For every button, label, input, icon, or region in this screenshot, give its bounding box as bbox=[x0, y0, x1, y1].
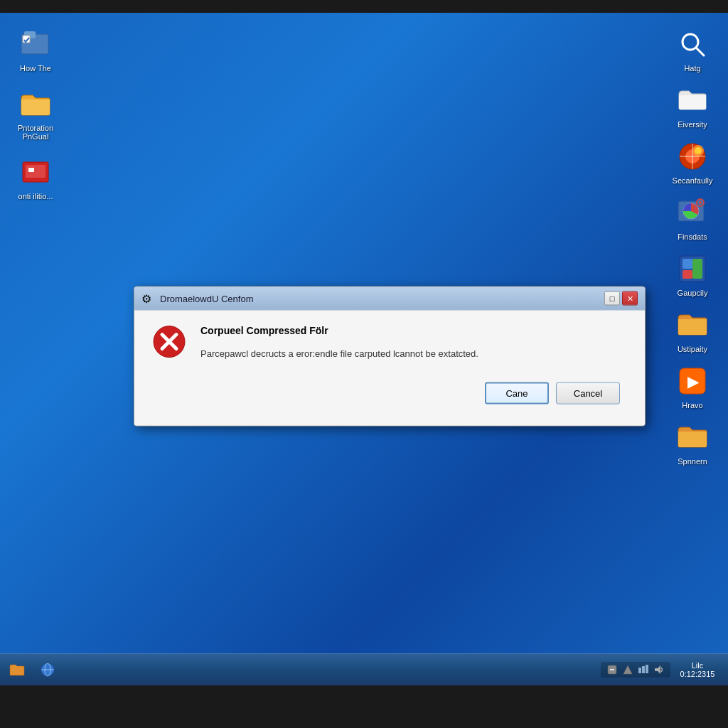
dialog-title-text: DromaelowdU Cenfom bbox=[160, 293, 254, 304]
desktop-icon-search[interactable]: Hatg bbox=[664, 27, 721, 73]
hravo-icon: ▶ bbox=[675, 364, 710, 398]
svg-text:▶: ▶ bbox=[687, 374, 700, 390]
cancel-button[interactable]: Cancel bbox=[556, 382, 620, 404]
dialog-title-icon: ⚙ bbox=[141, 292, 154, 305]
eiversity-icon bbox=[675, 83, 710, 117]
desktop-icons-left: How The Pntoration PnGual bbox=[7, 27, 64, 200]
dialog-content: Corpueel Compressed Fölr Parcepawcl decr… bbox=[152, 325, 627, 361]
monitor: How The Pntoration PnGual bbox=[0, 0, 728, 728]
eiversity-label: Eiversity bbox=[678, 120, 707, 129]
spnnern-icon bbox=[675, 420, 710, 454]
svg-point-13 bbox=[695, 147, 702, 154]
desktop-icon-finsdats[interactable]: Finsdats bbox=[664, 196, 721, 241]
tray-icon-2 bbox=[622, 664, 633, 675]
close-button[interactable]: ✕ bbox=[622, 291, 638, 306]
clock-label: Lilc bbox=[692, 661, 704, 670]
taskbar: Lilc 0:12:2315 bbox=[0, 653, 728, 685]
desktop-icon-onti[interactable]: onti ilitio... bbox=[7, 155, 64, 200]
svg-point-17 bbox=[699, 201, 702, 204]
desktop-icon-pntoration[interactable]: Pntoration PnGual bbox=[7, 87, 64, 141]
hravo-label: Hravo bbox=[682, 401, 702, 410]
dialog-text-area: Corpueel Compressed Fölr Parcepawcl decr… bbox=[200, 325, 627, 361]
tray-icon-1 bbox=[606, 664, 618, 675]
error-dialog: ⚙ DromaelowdU Cenfom □ ✕ bbox=[134, 287, 646, 427]
system-clock: Lilc 0:12:2315 bbox=[676, 661, 719, 678]
search-icon bbox=[675, 27, 710, 61]
confirm-button[interactable]: Cane bbox=[485, 382, 549, 404]
search-label: Hatg bbox=[684, 64, 700, 73]
svg-rect-33 bbox=[638, 668, 641, 673]
desktop-icon-secanfaully[interactable]: Secanfaully bbox=[664, 139, 721, 185]
svg-rect-20 bbox=[682, 270, 692, 279]
dialog-buttons: Cane Cancel bbox=[152, 382, 627, 404]
secanfaully-icon bbox=[675, 139, 710, 173]
ustipaity-label: Ustipaity bbox=[678, 345, 707, 353]
pntoration-label: Pntoration PnGual bbox=[7, 124, 64, 141]
system-tray bbox=[601, 662, 670, 678]
desktop-icon-gaupcily[interactable]: Gaupcily bbox=[664, 252, 721, 297]
ustipaity-icon bbox=[675, 308, 710, 342]
desktop-icon-how-the[interactable]: How The bbox=[7, 27, 64, 73]
minimize-button[interactable]: □ bbox=[604, 291, 620, 306]
desktop-icon-spnnern[interactable]: Spnnern bbox=[664, 420, 721, 466]
clock-time: 0:12:2315 bbox=[680, 670, 715, 678]
svg-rect-19 bbox=[682, 259, 692, 269]
error-icon bbox=[152, 325, 186, 359]
desktop: How The Pntoration PnGual bbox=[0, 13, 728, 685]
finsdats-icon bbox=[675, 196, 710, 230]
svg-marker-32 bbox=[623, 665, 632, 674]
desktop-icon-ustipaity[interactable]: Ustipaity bbox=[664, 308, 721, 353]
onti-label: onti ilitio... bbox=[18, 192, 53, 200]
dialog-titlebar-buttons: □ ✕ bbox=[604, 291, 638, 306]
gaupcily-label: Gaupcily bbox=[678, 289, 708, 297]
dialog-heading: Corpueel Compressed Fölr bbox=[200, 325, 627, 336]
dialog-titlebar: ⚙ DromaelowdU Cenfom □ ✕ bbox=[134, 287, 645, 311]
finsdats-label: Finsdats bbox=[678, 232, 707, 241]
how-the-icon bbox=[18, 27, 53, 61]
svg-rect-35 bbox=[646, 665, 648, 673]
dialog-body: Corpueel Compressed Fölr Parcepawcl decr… bbox=[134, 311, 645, 426]
desktop-icon-eiversity[interactable]: Eiversity bbox=[664, 83, 721, 129]
dialog-overlay: ⚙ DromaelowdU Cenfom □ ✕ bbox=[134, 287, 646, 427]
svg-rect-21 bbox=[692, 259, 702, 279]
dialog-message: Parcepawcl decructs a eror:endle file ca… bbox=[200, 347, 627, 361]
how-the-label: How The bbox=[20, 64, 51, 73]
taskbar-folder[interactable] bbox=[4, 660, 31, 679]
svg-line-7 bbox=[696, 48, 704, 55]
taskbar-right: Lilc 0:12:2315 bbox=[601, 661, 724, 678]
dialog-titlebar-left: ⚙ DromaelowdU Cenfom bbox=[141, 292, 254, 305]
svg-rect-34 bbox=[642, 666, 645, 673]
onti-icon bbox=[18, 155, 53, 189]
gaupcily-icon bbox=[675, 252, 710, 286]
svg-rect-5 bbox=[28, 168, 34, 172]
svg-marker-36 bbox=[655, 665, 660, 674]
taskbar-globe[interactable] bbox=[34, 659, 61, 680]
desktop-icon-hravo[interactable]: ▶ Hravo bbox=[664, 364, 721, 410]
pntoration-icon bbox=[18, 87, 53, 121]
spnnern-label: Spnnern bbox=[678, 457, 707, 466]
taskbar-left bbox=[4, 659, 61, 680]
tray-icon-network bbox=[638, 664, 649, 675]
secanfaully-label: Secanfaully bbox=[673, 176, 713, 185]
desktop-icons-right: Hatg Eiversity bbox=[664, 27, 721, 466]
tray-icon-speaker bbox=[653, 664, 665, 675]
